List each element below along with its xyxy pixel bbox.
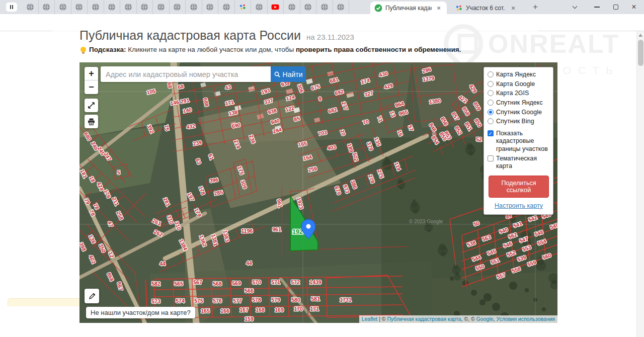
parcel-number[interactable]: 169 bbox=[275, 307, 284, 313]
color-dots-pinned-tab[interactable] bbox=[235, 0, 252, 14]
google-link[interactable]: Google bbox=[476, 316, 494, 322]
globe-pinned-tab[interactable] bbox=[300, 0, 317, 14]
radio-icon[interactable] bbox=[488, 109, 494, 115]
scroll-up-icon[interactable] bbox=[638, 34, 642, 37]
parcel-number[interactable]: 165 bbox=[201, 308, 210, 314]
parcel-number[interactable]: 571 bbox=[271, 279, 280, 285]
parcel-number[interactable]: 577 bbox=[233, 298, 242, 304]
share-link-button[interactable]: Поделиться ссылкой bbox=[489, 176, 549, 198]
globe-pinned-tab[interactable] bbox=[88, 0, 104, 14]
layer-option-5[interactable]: Спутник Google bbox=[488, 109, 550, 117]
globe-pinned-tab[interactable] bbox=[39, 0, 55, 14]
tab-close-icon[interactable]: × bbox=[435, 4, 443, 12]
layers-list: Карта ЯндексКарта GoogleКарта 2GISСпутни… bbox=[488, 71, 550, 126]
parcel-number[interactable]: 568 bbox=[213, 281, 222, 287]
parcel-number[interactable]: 961 bbox=[272, 226, 281, 232]
overlay-option-1[interactable]: ✓Показать кадастровые границы участков bbox=[488, 130, 550, 153]
parcel-number[interactable]: 581 bbox=[311, 296, 320, 302]
checkbox-icon[interactable] bbox=[488, 155, 494, 161]
new-tab-button[interactable]: + bbox=[529, 2, 541, 12]
parcel-number[interactable]: 170 bbox=[294, 306, 303, 312]
leaflet-link[interactable]: Leaflet bbox=[362, 316, 378, 322]
fullscreen-button[interactable] bbox=[85, 99, 98, 112]
zoom-in-button[interactable]: + bbox=[85, 67, 98, 80]
scrollbar-thumb[interactable] bbox=[638, 40, 643, 66]
globe-pinned-tab[interactable] bbox=[186, 0, 202, 14]
search-button[interactable]: Найти bbox=[271, 66, 306, 82]
parcel-number[interactable]: 573 bbox=[151, 298, 160, 304]
globe-pinned-tab[interactable] bbox=[153, 0, 170, 14]
radio-icon[interactable] bbox=[488, 81, 494, 87]
pkk-link[interactable]: Публичная кадастровая карта bbox=[387, 316, 461, 322]
parcel-number[interactable]: 68 bbox=[167, 82, 174, 89]
terms-link[interactable]: Условия использования bbox=[496, 316, 555, 322]
radio-icon[interactable] bbox=[488, 118, 494, 124]
parcel-number[interactable]: 1196 bbox=[242, 228, 253, 234]
globe-pinned-tab[interactable] bbox=[316, 0, 333, 14]
zoom-out-button[interactable]: − bbox=[85, 80, 98, 94]
parcel-number[interactable]: 572 bbox=[291, 279, 300, 285]
minimize-button[interactable] bbox=[587, 0, 607, 14]
globe-pinned-tab[interactable] bbox=[284, 0, 300, 14]
parcel-number[interactable]: 44 bbox=[246, 260, 252, 266]
configure-map-link[interactable]: Настроить карту bbox=[488, 202, 550, 209]
parcel-number[interactable]: 166 bbox=[220, 308, 229, 314]
youtube-pinned-tab[interactable] bbox=[268, 0, 284, 14]
globe-pinned-tab[interactable] bbox=[251, 0, 268, 14]
draw-pencil-button[interactable] bbox=[85, 289, 99, 303]
layer-option-4[interactable]: Спутник Яндекс bbox=[488, 99, 550, 107]
tab-search-chevron-icon[interactable] bbox=[565, 0, 585, 14]
checkbox-icon[interactable]: ✓ bbox=[488, 130, 494, 136]
parcel-number[interactable]: 1731 bbox=[340, 297, 352, 303]
parcel-number[interactable]: 575 bbox=[194, 298, 203, 304]
overlay-option-2[interactable]: Тематическая карта bbox=[488, 155, 550, 171]
close-window-button[interactable]: × bbox=[624, 0, 644, 14]
parcel-number[interactable]: 566 bbox=[245, 288, 254, 294]
globe-pinned-tab[interactable] bbox=[170, 0, 186, 14]
not-found-tooltip[interactable]: Не нашли участок/дом на карте? bbox=[86, 307, 195, 318]
parcel-number[interactable]: 1439 bbox=[309, 279, 321, 285]
globe-pinned-tab[interactable] bbox=[333, 0, 350, 14]
globe-pinned-tab[interactable] bbox=[137, 0, 153, 14]
globe-pinned-tab[interactable] bbox=[120, 0, 137, 14]
print-button[interactable] bbox=[85, 115, 98, 128]
parcel-number[interactable]: 168 bbox=[256, 307, 265, 313]
parcel-number[interactable]: 579 bbox=[271, 297, 280, 303]
globe-pinned-tab[interactable] bbox=[71, 0, 88, 14]
globe-pinned-tab[interactable] bbox=[218, 0, 235, 14]
globe-pinned-tab[interactable] bbox=[104, 0, 121, 14]
layer-option-2[interactable]: Карта Google bbox=[488, 80, 550, 89]
parcel-number[interactable]: 570 bbox=[252, 279, 261, 285]
parcel-number[interactable]: 171 bbox=[310, 306, 319, 312]
layer-option-6[interactable]: Спутник Bing bbox=[488, 118, 550, 126]
layer-option-1[interactable]: Карта Яндекс bbox=[488, 71, 550, 79]
parcel-number[interactable]: 159 bbox=[245, 316, 254, 322]
parcel-number[interactable]: 52 bbox=[476, 136, 482, 142]
tab-close-icon[interactable]: × bbox=[509, 4, 517, 12]
radio-icon[interactable] bbox=[488, 90, 494, 96]
parcel-number[interactable]: 580 bbox=[291, 297, 300, 303]
parcel-number[interactable]: 582 bbox=[151, 281, 160, 287]
page-scrollbar[interactable] bbox=[636, 31, 644, 337]
globe-pinned-tab[interactable] bbox=[22, 0, 39, 14]
parcel-number[interactable]: 578 bbox=[252, 297, 261, 303]
radio-icon[interactable] bbox=[488, 71, 494, 77]
parcel-number[interactable]: 44 bbox=[159, 261, 166, 267]
tab-parcel-listing[interactable]: Участок 6 сот. (СНТ × bbox=[451, 2, 521, 14]
search-input[interactable] bbox=[101, 66, 271, 82]
pause-icon[interactable] bbox=[6, 3, 17, 12]
parcel-number[interactable]: 167 bbox=[239, 307, 249, 313]
parcel-number[interactable]: 565 bbox=[174, 281, 183, 287]
parcel-number[interactable]: 574 bbox=[176, 298, 185, 304]
green-check-icon bbox=[374, 4, 382, 12]
parcel-number[interactable]: 5 bbox=[117, 170, 120, 176]
globe-pinned-tab[interactable] bbox=[55, 0, 71, 14]
tab-cadastral-map[interactable]: Публичная кадастро × bbox=[370, 2, 447, 14]
globe-pinned-tab[interactable] bbox=[202, 0, 219, 14]
radio-icon[interactable] bbox=[488, 100, 494, 106]
parcel-number[interactable]: 576 bbox=[213, 298, 222, 304]
layer-option-3[interactable]: Карта 2GIS bbox=[488, 90, 550, 98]
maximize-button[interactable] bbox=[606, 0, 626, 14]
parcel-number[interactable]: 569 bbox=[232, 280, 241, 286]
parcel-number[interactable]: 567 bbox=[193, 279, 202, 285]
